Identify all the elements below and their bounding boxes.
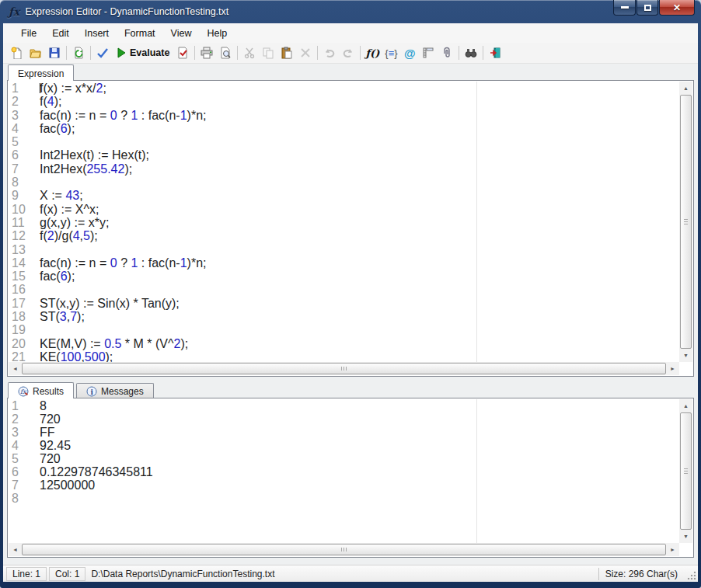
editor-line[interactable]: 5: [9, 135, 679, 148]
editor-line[interactable]: 19: [9, 323, 679, 336]
menu-insert[interactable]: Insert: [77, 26, 117, 41]
result-line[interactable]: 8: [9, 492, 679, 505]
menu-edit[interactable]: Edit: [44, 26, 77, 41]
evaluate-button[interactable]: Evaluate: [112, 44, 173, 62]
scroll-up-arrow[interactable]: ▲: [679, 82, 692, 95]
editor-line[interactable]: 1f(x) := x*x/2;: [9, 82, 679, 95]
refresh-button[interactable]: [69, 44, 88, 62]
copy-button[interactable]: [259, 44, 277, 62]
menu-format[interactable]: Format: [117, 26, 163, 41]
line-number: 1: [9, 399, 40, 412]
result-line[interactable]: 712500000: [9, 478, 679, 492]
close-button[interactable]: ✕: [659, 0, 695, 16]
play-icon: [116, 47, 127, 58]
tab-results[interactable]: fx Results: [8, 382, 74, 398]
editor-vertical-scrollbar[interactable]: ▲ ▼: [679, 82, 692, 362]
titlebar[interactable]: ƒx Expression Editor - DynamicFunctionTe…: [0, 0, 701, 23]
code-block-button[interactable]: {≡}: [382, 44, 400, 62]
scroll-left-arrow[interactable]: ◄: [9, 362, 22, 375]
function-button[interactable]: ƒ(): [363, 44, 382, 62]
editor-line[interactable]: 2f(4);: [9, 95, 679, 108]
validate-button[interactable]: [93, 44, 112, 62]
scroll-down-arrow[interactable]: ▼: [679, 349, 692, 362]
delete-icon: [299, 47, 312, 59]
menu-file[interactable]: File: [13, 26, 44, 41]
minimize-icon: [621, 6, 629, 9]
save-button[interactable]: [45, 44, 64, 62]
editor-line[interactable]: 14fac(n) := n = 0 ? 1 : fac(n-1)*n;: [9, 256, 679, 270]
result-text: 0.122978746345811: [40, 465, 153, 478]
window-title: Expression Editor - DynamicFunctionTesti…: [25, 6, 228, 17]
line-number: 7: [9, 478, 40, 492]
save-icon: [48, 47, 61, 59]
editor-line[interactable]: 3fac(n) := n = 0 ? 1 : fac(n-1)*n;: [9, 109, 679, 122]
scroll-right-arrow[interactable]: ►: [666, 543, 679, 556]
maximize-button[interactable]: [636, 0, 658, 16]
editor-line[interactable]: 16: [9, 283, 679, 296]
editor-line[interactable]: 4fac(6);: [9, 122, 679, 135]
new-icon: [11, 47, 23, 59]
scroll-left-arrow[interactable]: ◄: [9, 543, 22, 556]
minimize-button[interactable]: [613, 0, 636, 16]
new-button[interactable]: [8, 44, 26, 62]
scroll-thumb[interactable]: [680, 412, 692, 530]
cut-button[interactable]: [240, 44, 259, 62]
editor-text-area[interactable]: 1f(x) := x*x/2;2f(4);3fac(n) := n = 0 ? …: [9, 82, 679, 362]
open-button[interactable]: [26, 44, 45, 62]
find-button[interactable]: [462, 44, 480, 62]
editor-line[interactable]: 21KE(100,500);: [9, 350, 679, 362]
delete-button[interactable]: [296, 44, 315, 62]
editor-line[interactable]: 7Int2Hex(255.42);: [9, 162, 679, 176]
paste-button[interactable]: [277, 44, 296, 62]
results-vertical-scrollbar[interactable]: ▲ ▼: [679, 399, 692, 543]
editor-line[interactable]: 15fac(6);: [9, 270, 679, 283]
result-line[interactable]: 60.122978746345811: [9, 465, 679, 478]
editor-line[interactable]: 12f(2)/g(4,5);: [9, 229, 679, 242]
results-panel: 1827203FF492.45572060.122978746345811712…: [7, 398, 694, 558]
ruler-button[interactable]: [419, 44, 438, 62]
editor-line[interactable]: 6Int2Hex(t) := Hex(t);: [9, 148, 679, 162]
results-horizontal-scrollbar[interactable]: ◄ ►: [9, 543, 679, 556]
tab-expression[interactable]: Expression: [8, 64, 74, 81]
editor-line[interactable]: 9X := 43;: [9, 189, 679, 202]
evaluate-report-button[interactable]: [173, 44, 192, 62]
result-line[interactable]: 2720: [9, 412, 679, 426]
exit-button[interactable]: [486, 44, 504, 62]
editor-line[interactable]: 8: [9, 176, 679, 189]
scroll-up-arrow[interactable]: ▲: [679, 399, 692, 412]
editor-line[interactable]: 11g(x,y) := x*y;: [9, 216, 679, 229]
results-text-area[interactable]: 1827203FF492.45572060.122978746345811712…: [9, 399, 679, 543]
undo-button[interactable]: [320, 44, 339, 62]
result-text: 8: [40, 399, 47, 412]
scroll-thumb[interactable]: [22, 363, 666, 374]
print-icon: [201, 47, 213, 59]
print-button[interactable]: [197, 44, 216, 62]
code-text: ST(3,7);: [40, 310, 85, 323]
result-line[interactable]: 5720: [9, 452, 679, 465]
editor-line[interactable]: 10f(x) := X^x;: [9, 203, 679, 216]
menu-view[interactable]: View: [163, 26, 200, 41]
editor-line[interactable]: 13: [9, 243, 679, 256]
line-number: 4: [9, 122, 40, 135]
email-button[interactable]: @: [400, 44, 419, 62]
tab-messages[interactable]: i Messages: [76, 383, 154, 398]
editor-line[interactable]: 17ST(x,y) := Sin(x) * Tan(y);: [9, 297, 679, 310]
result-line[interactable]: 18: [9, 399, 679, 412]
result-text: 720: [40, 412, 61, 426]
result-text: 12500000: [40, 478, 95, 492]
print-preview-button[interactable]: [216, 44, 235, 62]
editor-line[interactable]: 20KE(M,V) := 0.5 * M * (V^2);: [9, 337, 679, 350]
app-icon: ƒx: [9, 5, 19, 18]
result-line[interactable]: 3FF: [9, 426, 679, 439]
attachment-button[interactable]: [438, 44, 456, 62]
scroll-down-arrow[interactable]: ▼: [679, 530, 692, 543]
redo-button[interactable]: [339, 44, 357, 62]
menu-help[interactable]: Help: [199, 26, 235, 41]
result-line[interactable]: 492.45: [9, 439, 679, 452]
editor-horizontal-scrollbar[interactable]: ◄ ►: [9, 362, 679, 375]
editor-line[interactable]: 18ST(3,7);: [9, 310, 679, 323]
scroll-thumb[interactable]: [22, 544, 666, 555]
scroll-thumb[interactable]: [680, 95, 692, 349]
resize-grip[interactable]: [686, 570, 696, 580]
scroll-right-arrow[interactable]: ►: [666, 362, 679, 375]
